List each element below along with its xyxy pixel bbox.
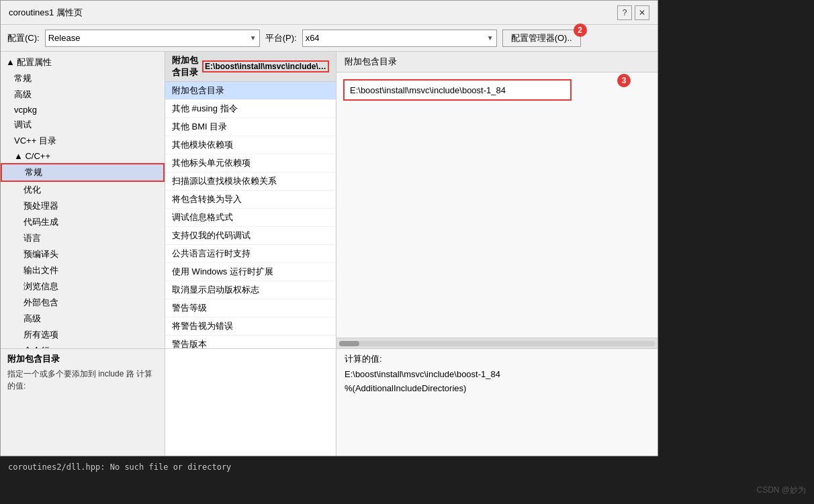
list-item-warning-ver[interactable]: 警告版本 <box>165 336 336 348</box>
detail-input-box[interactable]: E:\boost\install\msvc\include\boost-1_84 <box>343 79 572 101</box>
csdn-watermark: CSDN @妙为 <box>756 485 806 496</box>
list-item-win-runtime-ext[interactable]: 使用 Windows 运行时扩展 <box>165 263 336 281</box>
config-label: 配置(C): <box>7 32 40 44</box>
tree-item-codegen[interactable]: 代码生成 <box>1 214 165 230</box>
bottom-detail-panel: 计算的值: E:\boost\install\msvc\include\boos… <box>336 349 658 456</box>
tree-item-preprocessor[interactable]: 预处理器 <box>1 198 165 214</box>
list-item-using-cmd[interactable]: 其他 #using 指令 <box>165 100 336 118</box>
detail-scrollbar[interactable] <box>336 338 658 348</box>
tree-item-output[interactable]: 输出文件 <box>1 262 165 279</box>
tree-item-general[interactable]: 常规 <box>1 70 165 87</box>
list-item-add-include[interactable]: 附加包含目录 <box>165 82 336 100</box>
platform-arrow-icon: ▼ <box>484 34 494 42</box>
tree-item-vcpkg[interactable]: vcpkg <box>1 103 165 117</box>
tree-item-cmdline[interactable]: 命令行 <box>1 343 165 348</box>
terminal-bar: coroutines2/dll.hpp: No such file or dir… <box>0 457 814 504</box>
list-item-warning-level[interactable]: 警告等级 <box>165 299 336 317</box>
badge-2: 2 <box>574 23 587 37</box>
tree-panel: ▲ 配置属性常规高级vcpkg调试VC++ 目录▲ C/C++常规优化预处理器代… <box>1 52 165 348</box>
list-item-dismiss-banner[interactable]: 取消显示启动版权标志 <box>165 281 336 299</box>
bottom-detail-calc-label: 计算的值: <box>345 353 649 365</box>
list-item-debug-fmt[interactable]: 调试信息格式式 <box>165 209 336 227</box>
bottom-left-title: 附加包含目录 <box>7 353 158 365</box>
config-value: Release <box>48 33 247 43</box>
list-item-pkg-convert[interactable]: 将包含转换为导入 <box>165 191 336 209</box>
bottom-detail-line1: E:\boost\install\msvc\include\boost-1_84 <box>345 368 649 382</box>
list-item-warning-as-error[interactable]: 将警告视为错误 <box>165 317 336 336</box>
content-area: ▲ 配置属性常规高级vcpkg调试VC++ 目录▲ C/C++常规优化预处理器代… <box>1 52 658 348</box>
scrollbar-thumb[interactable] <box>339 341 359 346</box>
bottom-left-panel: 附加包含目录 指定一个或多个要添加到 include 路 计算的值: <box>1 349 165 456</box>
platform-label: 平台(P): <box>265 32 297 44</box>
title-bar-buttons: ? ✕ <box>617 5 649 20</box>
detail-panel: 附加包含目录 E:\boost\install\msvc\include\boo… <box>336 52 658 348</box>
bottom-list-panel <box>165 349 336 456</box>
title-bar: coroutines1 属性页 ? ✕ <box>1 1 658 25</box>
list-panel: 附加包含目录 E:\boost\install\msvc\include\boo… <box>165 52 336 348</box>
platform-value: x64 <box>306 33 484 43</box>
help-button[interactable]: ? <box>617 5 632 20</box>
close-button[interactable]: ✕ <box>635 5 649 20</box>
config-dropdown[interactable]: Release ▼ <box>45 30 260 47</box>
detail-title: 附加包含目录 <box>336 52 658 72</box>
tree-item-cpp-general[interactable]: 常规 <box>1 163 165 182</box>
tree-item-browse[interactable]: 浏览信息 <box>1 279 165 295</box>
tree-item-external[interactable]: 外部包含 <box>1 295 165 311</box>
list-container: 附加包含目录其他 #using 指令其他 BMI 目录其他模块依赖项其他标头单元… <box>165 82 336 348</box>
config-manager-button[interactable]: 配置管理器(O).. 2 <box>502 30 581 47</box>
badge-3: 3 <box>617 74 631 87</box>
properties-dialog: coroutines1 属性页 ? ✕ 配置(C): Release ▼ 平台(… <box>0 0 658 456</box>
bottom-left-desc: 指定一个或多个要添加到 include 路 计算的值: <box>7 368 158 392</box>
tree-item-cpp[interactable]: ▲ C/C++ <box>1 149 165 163</box>
list-header-label: 附加包含目录 <box>172 54 202 79</box>
detail-edit-area: E:\boost\install\msvc\include\boost-1_84… <box>336 72 658 338</box>
tree-item-language[interactable]: 语言 <box>1 230 165 246</box>
tree-item-debug[interactable]: 调试 <box>1 117 165 133</box>
list-item-header-deps[interactable]: 其他标头单元依赖项 <box>165 154 336 172</box>
tree-item-advanced2[interactable]: 高级 <box>1 311 165 327</box>
bottom-detail-line2: %(AdditionalIncludeDirectories) <box>345 382 649 396</box>
dialog-title: coroutines1 属性页 <box>9 7 83 19</box>
tree-item-vc-dirs[interactable]: VC++ 目录 <box>1 133 165 149</box>
list-item-bmi-dirs[interactable]: 其他 BMI 目录 <box>165 118 336 136</box>
terminal-text: coroutines2/dll.hpp: No such file or dir… <box>8 462 231 472</box>
platform-dropdown[interactable]: x64 ▼ <box>302 30 497 47</box>
tree-item-precompiled[interactable]: 预编译头 <box>1 246 165 262</box>
tree-container: ▲ 配置属性常规高级vcpkg调试VC++ 目录▲ C/C++常规优化预处理器代… <box>1 54 165 348</box>
list-header-row: 附加包含目录 E:\boost\install\msvc\include\boo… <box>165 52 336 82</box>
list-item-scan-src[interactable]: 扫描源以查找模块依赖关系 <box>165 172 336 191</box>
list-item-common-runtime[interactable]: 公共语言运行时支持 <box>165 245 336 263</box>
list-header-value: E:\boost\install\msvc\include\boost-1_84… <box>202 60 329 72</box>
tree-item-advanced[interactable]: 高级 <box>1 87 165 103</box>
tree-item-all-options[interactable]: 所有选项 <box>1 327 165 343</box>
list-item-module-deps[interactable]: 其他模块依赖项 <box>165 136 336 154</box>
detail-input-value: E:\boost\install\msvc\include\boost-1_84 <box>350 85 506 95</box>
bottom-area: 附加包含目录 指定一个或多个要添加到 include 路 计算的值: 计算的值:… <box>1 348 658 456</box>
list-item-my-debug[interactable]: 支持仅我的代码调试 <box>165 227 336 245</box>
scrollbar-track <box>339 341 655 346</box>
toolbar: 配置(C): Release ▼ 平台(P): x64 ▼ 配置管理器(O)..… <box>1 25 658 52</box>
tree-item-config-props[interactable]: ▲ 配置属性 <box>1 54 165 70</box>
config-arrow-icon: ▼ <box>247 34 257 42</box>
tree-item-optimize[interactable]: 优化 <box>1 182 165 198</box>
